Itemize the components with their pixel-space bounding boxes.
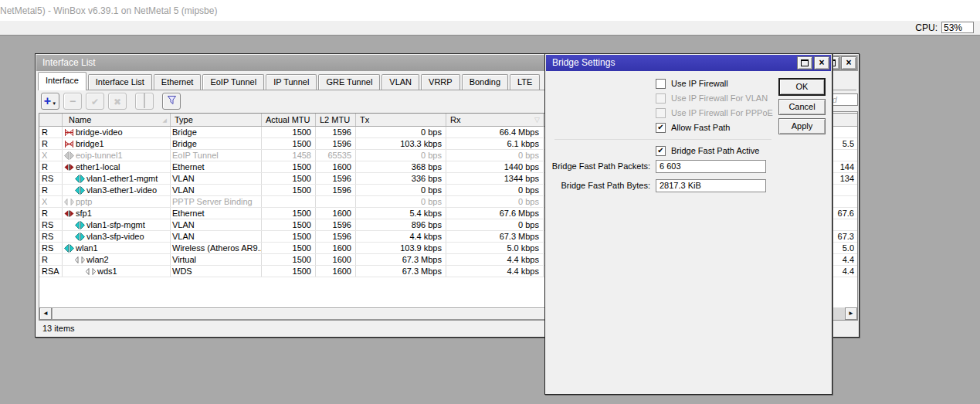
interface-flags: R	[39, 185, 63, 195]
tab-interface-list[interactable]: Interface List	[88, 74, 152, 90]
checkbox-allow-fast-path[interactable]: Allow Fast Path	[656, 122, 730, 133]
rx-rate: 6.1 kbps	[446, 138, 544, 149]
interface-flags: RSA	[39, 266, 63, 277]
column-header-l2-mtu[interactable]: L2 MTU	[316, 114, 356, 126]
tab-lte[interactable]: LTE	[510, 74, 540, 90]
column-filter-icon: ▽	[534, 116, 540, 124]
menu-strip: CPU: 53%	[0, 21, 980, 36]
comment-icon	[144, 94, 145, 108]
checkbox-box	[656, 93, 666, 104]
cancel-button[interactable]: Cancel	[778, 99, 826, 115]
interface-flags: X	[39, 150, 63, 161]
tx-rate: 896 bps	[356, 219, 446, 230]
interface-type: Bridge	[171, 127, 262, 137]
sort-ascending-icon: ◢	[163, 117, 167, 124]
dialog-close-button[interactable]: ×	[814, 56, 829, 70]
tab-bonding[interactable]: Bonding	[462, 74, 508, 90]
l2-mtu: 1596	[316, 173, 356, 184]
tx-rate: 103.3 kbps	[356, 138, 446, 149]
wds-icon	[86, 268, 97, 275]
column-header-tx[interactable]: Tx	[356, 114, 446, 126]
remove-button[interactable]: −	[63, 93, 82, 110]
checkbox-box	[656, 79, 666, 89]
field-label-bridge-fast-path-packets: Bridge Fast Path Packets:	[548, 160, 650, 173]
interface-type: Ethernet	[171, 161, 262, 172]
tab-vlan[interactable]: VLAN	[381, 74, 419, 90]
column-header-actual-mtu[interactable]: Actual MTU	[262, 114, 316, 126]
vlan-icon	[75, 186, 86, 195]
dialog-maximize-button[interactable]	[797, 56, 812, 70]
actual-mtu: 1500	[262, 138, 316, 149]
actual-mtu: 1500	[262, 208, 316, 219]
ok-button[interactable]: OK	[778, 78, 826, 96]
tab-interface[interactable]: Interface	[38, 72, 86, 90]
column-header-flags[interactable]	[39, 114, 63, 126]
maximize-icon	[801, 59, 809, 66]
interface-flags: R	[39, 161, 63, 172]
actual-mtu: 1500	[262, 254, 316, 265]
checkbox-bridge-fast-path-active[interactable]: Bridge Fast Path Active	[656, 145, 759, 156]
ethernet-icon	[64, 163, 76, 171]
filter-button[interactable]	[162, 93, 181, 110]
tab-ip-tunnel[interactable]: IP Tunnel	[266, 74, 317, 90]
rx-rate: 1344 bps	[446, 173, 544, 184]
interface-name: vlan1-sfp-mgmt	[63, 219, 171, 230]
cross-icon: ✖	[114, 94, 121, 108]
interface-type: VLAN	[171, 219, 262, 230]
vlan-icon	[75, 233, 86, 241]
interface-name: bridge1	[63, 138, 171, 149]
checkbox-use-ip-firewall-for-vlan[interactable]: Use IP Firewall For VLAN	[656, 93, 768, 104]
add-button[interactable]: +▼	[41, 93, 59, 110]
tx-rate: 0 bps	[356, 127, 446, 137]
interface-flags: RS	[39, 173, 63, 184]
checkbox-box	[656, 123, 666, 133]
close-button[interactable]: ×	[841, 56, 856, 70]
field-bridge-fast-path-bytes[interactable]: 2817.3 KiB	[656, 179, 766, 192]
rx-rate: 4.4 kbps	[446, 266, 544, 277]
check-icon: ✔	[91, 94, 99, 108]
checkbox-use-ip-firewall-for-pppoe[interactable]: Use IP Firewall For PPPoE	[656, 107, 773, 118]
apply-button[interactable]: Apply	[778, 118, 826, 134]
tab-ethernet[interactable]: Ethernet	[154, 74, 202, 90]
checkbox-label: Bridge Fast Path Active	[671, 146, 759, 155]
screen: NetMetal5) - WinBox v6.39.1 on NetMetal …	[0, 0, 980, 404]
pptp-binding-icon	[64, 199, 76, 205]
interface-name: sfp1	[63, 208, 171, 219]
tab-eoip-tunnel[interactable]: EoIP Tunnel	[202, 74, 264, 90]
rx-rate: 0 bps	[446, 150, 544, 161]
interface-name: vlan1-ether1-mgmt	[63, 173, 171, 184]
column-header-rx[interactable]: Rx▽	[446, 114, 544, 126]
tx-rate: 103.9 kbps	[356, 243, 446, 253]
items-count: 13 items	[42, 324, 75, 333]
comment-button[interactable]	[135, 93, 154, 110]
field-bridge-fast-path-packets[interactable]: 6 603	[656, 160, 766, 173]
tab-gre-tunnel[interactable]: GRE Tunnel	[318, 74, 380, 90]
scroll-left-button[interactable]: ◄	[39, 307, 52, 320]
cpu-value: 53%	[941, 22, 974, 33]
rx-rate: 67.3 Mbps	[446, 231, 544, 242]
close-icon: ×	[819, 58, 824, 67]
interface-type: VLAN	[171, 231, 262, 242]
tx-rate: 0 bps	[356, 150, 446, 161]
separator	[554, 139, 771, 140]
vlan-icon	[75, 221, 86, 229]
rx-rate: 0 bps	[446, 196, 544, 207]
l2-mtu	[316, 196, 356, 207]
interface-flags: RS	[39, 243, 63, 253]
checkbox-use-ip-firewall[interactable]: Use IP Firewall	[656, 78, 728, 89]
column-header-type[interactable]: Type	[171, 114, 262, 126]
l2-mtu: 1596	[316, 219, 356, 230]
tab-vrrp[interactable]: VRRP	[421, 74, 460, 90]
disable-button[interactable]: ✖	[108, 93, 127, 110]
checkbox-label: Use IP Firewall For PPPoE	[671, 108, 773, 117]
scroll-right-button[interactable]: ►	[845, 307, 857, 320]
column-header-name[interactable]: Name◢	[63, 114, 171, 126]
interface-flags: R	[39, 138, 63, 149]
bridge-icon	[64, 128, 76, 137]
bridge-settings-titlebar[interactable]: Bridge Settings	[546, 55, 831, 71]
enable-button[interactable]: ✔	[86, 93, 104, 110]
interface-name: vlan3-ether1-video	[63, 185, 171, 195]
l2-mtu: 1600	[316, 266, 356, 277]
checkbox-label: Allow Fast Path	[671, 123, 730, 132]
interface-type: VLAN	[171, 185, 262, 195]
